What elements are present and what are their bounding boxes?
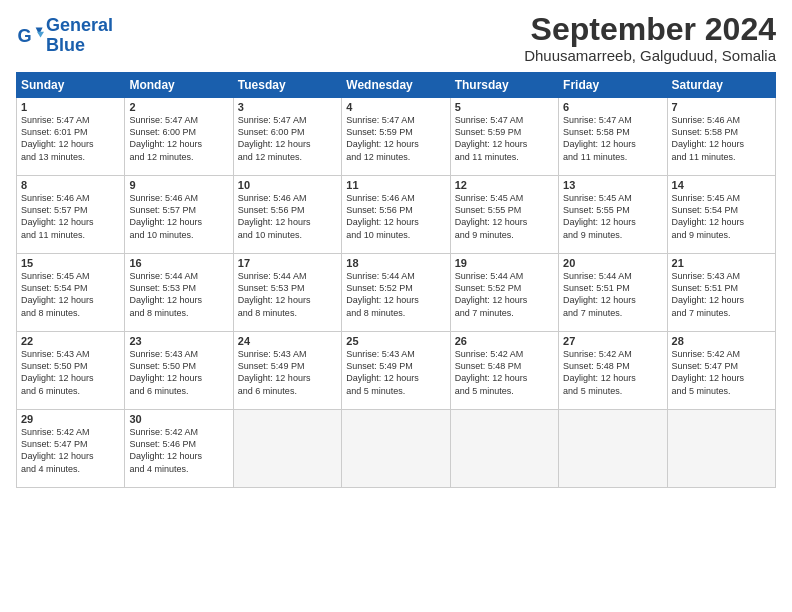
day-info: Sunrise: 5:42 AM Sunset: 5:46 PM Dayligh… [129,426,228,475]
logo-icon: G [16,22,44,50]
col-sunday: Sunday [17,73,125,98]
table-row: 14Sunrise: 5:45 AM Sunset: 5:54 PM Dayli… [667,176,775,254]
table-row: 3Sunrise: 5:47 AM Sunset: 6:00 PM Daylig… [233,98,341,176]
day-info: Sunrise: 5:43 AM Sunset: 5:50 PM Dayligh… [129,348,228,397]
calendar: Sunday Monday Tuesday Wednesday Thursday… [16,72,776,488]
day-number: 13 [563,179,662,191]
day-info: Sunrise: 5:44 AM Sunset: 5:52 PM Dayligh… [455,270,554,319]
svg-marker-2 [37,32,44,38]
table-row [450,410,558,488]
table-row: 5Sunrise: 5:47 AM Sunset: 5:59 PM Daylig… [450,98,558,176]
table-row: 9Sunrise: 5:46 AM Sunset: 5:57 PM Daylig… [125,176,233,254]
day-number: 5 [455,101,554,113]
day-number: 26 [455,335,554,347]
logo-text: General [46,16,113,36]
col-wednesday: Wednesday [342,73,450,98]
day-info: Sunrise: 5:47 AM Sunset: 6:01 PM Dayligh… [21,114,120,163]
table-row: 17Sunrise: 5:44 AM Sunset: 5:53 PM Dayli… [233,254,341,332]
day-number: 24 [238,335,337,347]
location: Dhuusamarreeb, Galguduud, Somalia [524,47,776,64]
header: G General Blue September 2024 Dhuusamarr… [16,12,776,64]
day-number: 17 [238,257,337,269]
day-number: 6 [563,101,662,113]
logo-text2: Blue [46,36,113,56]
calendar-week-row: 22Sunrise: 5:43 AM Sunset: 5:50 PM Dayli… [17,332,776,410]
table-row [559,410,667,488]
table-row: 28Sunrise: 5:42 AM Sunset: 5:47 PM Dayli… [667,332,775,410]
table-row: 24Sunrise: 5:43 AM Sunset: 5:49 PM Dayli… [233,332,341,410]
day-info: Sunrise: 5:47 AM Sunset: 5:58 PM Dayligh… [563,114,662,163]
day-info: Sunrise: 5:45 AM Sunset: 5:55 PM Dayligh… [563,192,662,241]
day-info: Sunrise: 5:44 AM Sunset: 5:51 PM Dayligh… [563,270,662,319]
day-number: 21 [672,257,771,269]
table-row: 2Sunrise: 5:47 AM Sunset: 6:00 PM Daylig… [125,98,233,176]
table-row [667,410,775,488]
table-row: 7Sunrise: 5:46 AM Sunset: 5:58 PM Daylig… [667,98,775,176]
day-info: Sunrise: 5:46 AM Sunset: 5:56 PM Dayligh… [346,192,445,241]
table-row: 6Sunrise: 5:47 AM Sunset: 5:58 PM Daylig… [559,98,667,176]
day-number: 27 [563,335,662,347]
table-row: 11Sunrise: 5:46 AM Sunset: 5:56 PM Dayli… [342,176,450,254]
page: G General Blue September 2024 Dhuusamarr… [0,0,792,612]
day-info: Sunrise: 5:45 AM Sunset: 5:54 PM Dayligh… [672,192,771,241]
table-row: 16Sunrise: 5:44 AM Sunset: 5:53 PM Dayli… [125,254,233,332]
day-number: 3 [238,101,337,113]
table-row: 22Sunrise: 5:43 AM Sunset: 5:50 PM Dayli… [17,332,125,410]
table-row: 12Sunrise: 5:45 AM Sunset: 5:55 PM Dayli… [450,176,558,254]
svg-text:G: G [17,25,31,45]
day-info: Sunrise: 5:47 AM Sunset: 6:00 PM Dayligh… [238,114,337,163]
day-info: Sunrise: 5:46 AM Sunset: 5:57 PM Dayligh… [21,192,120,241]
day-number: 25 [346,335,445,347]
calendar-week-row: 29Sunrise: 5:42 AM Sunset: 5:47 PM Dayli… [17,410,776,488]
day-info: Sunrise: 5:43 AM Sunset: 5:50 PM Dayligh… [21,348,120,397]
day-number: 20 [563,257,662,269]
day-info: Sunrise: 5:42 AM Sunset: 5:47 PM Dayligh… [21,426,120,475]
day-info: Sunrise: 5:46 AM Sunset: 5:56 PM Dayligh… [238,192,337,241]
day-info: Sunrise: 5:47 AM Sunset: 5:59 PM Dayligh… [346,114,445,163]
day-number: 15 [21,257,120,269]
day-info: Sunrise: 5:43 AM Sunset: 5:49 PM Dayligh… [238,348,337,397]
day-number: 9 [129,179,228,191]
table-row [233,410,341,488]
day-info: Sunrise: 5:42 AM Sunset: 5:48 PM Dayligh… [563,348,662,397]
table-row: 15Sunrise: 5:45 AM Sunset: 5:54 PM Dayli… [17,254,125,332]
day-number: 4 [346,101,445,113]
day-info: Sunrise: 5:44 AM Sunset: 5:53 PM Dayligh… [238,270,337,319]
table-row: 27Sunrise: 5:42 AM Sunset: 5:48 PM Dayli… [559,332,667,410]
day-info: Sunrise: 5:44 AM Sunset: 5:52 PM Dayligh… [346,270,445,319]
table-row: 20Sunrise: 5:44 AM Sunset: 5:51 PM Dayli… [559,254,667,332]
day-number: 12 [455,179,554,191]
day-info: Sunrise: 5:46 AM Sunset: 5:58 PM Dayligh… [672,114,771,163]
day-info: Sunrise: 5:42 AM Sunset: 5:47 PM Dayligh… [672,348,771,397]
day-number: 2 [129,101,228,113]
col-thursday: Thursday [450,73,558,98]
day-info: Sunrise: 5:46 AM Sunset: 5:57 PM Dayligh… [129,192,228,241]
table-row [342,410,450,488]
day-info: Sunrise: 5:47 AM Sunset: 6:00 PM Dayligh… [129,114,228,163]
day-number: 10 [238,179,337,191]
table-row: 1Sunrise: 5:47 AM Sunset: 6:01 PM Daylig… [17,98,125,176]
day-info: Sunrise: 5:45 AM Sunset: 5:55 PM Dayligh… [455,192,554,241]
table-row: 18Sunrise: 5:44 AM Sunset: 5:52 PM Dayli… [342,254,450,332]
table-row: 13Sunrise: 5:45 AM Sunset: 5:55 PM Dayli… [559,176,667,254]
calendar-header-row: Sunday Monday Tuesday Wednesday Thursday… [17,73,776,98]
table-row: 4Sunrise: 5:47 AM Sunset: 5:59 PM Daylig… [342,98,450,176]
day-number: 29 [21,413,120,425]
calendar-week-row: 1Sunrise: 5:47 AM Sunset: 6:01 PM Daylig… [17,98,776,176]
day-number: 28 [672,335,771,347]
day-info: Sunrise: 5:43 AM Sunset: 5:51 PM Dayligh… [672,270,771,319]
table-row: 25Sunrise: 5:43 AM Sunset: 5:49 PM Dayli… [342,332,450,410]
day-info: Sunrise: 5:42 AM Sunset: 5:48 PM Dayligh… [455,348,554,397]
table-row: 29Sunrise: 5:42 AM Sunset: 5:47 PM Dayli… [17,410,125,488]
table-row: 10Sunrise: 5:46 AM Sunset: 5:56 PM Dayli… [233,176,341,254]
calendar-week-row: 15Sunrise: 5:45 AM Sunset: 5:54 PM Dayli… [17,254,776,332]
calendar-week-row: 8Sunrise: 5:46 AM Sunset: 5:57 PM Daylig… [17,176,776,254]
table-row: 19Sunrise: 5:44 AM Sunset: 5:52 PM Dayli… [450,254,558,332]
day-number: 7 [672,101,771,113]
day-number: 23 [129,335,228,347]
day-info: Sunrise: 5:47 AM Sunset: 5:59 PM Dayligh… [455,114,554,163]
day-number: 30 [129,413,228,425]
day-number: 19 [455,257,554,269]
day-number: 11 [346,179,445,191]
col-monday: Monday [125,73,233,98]
